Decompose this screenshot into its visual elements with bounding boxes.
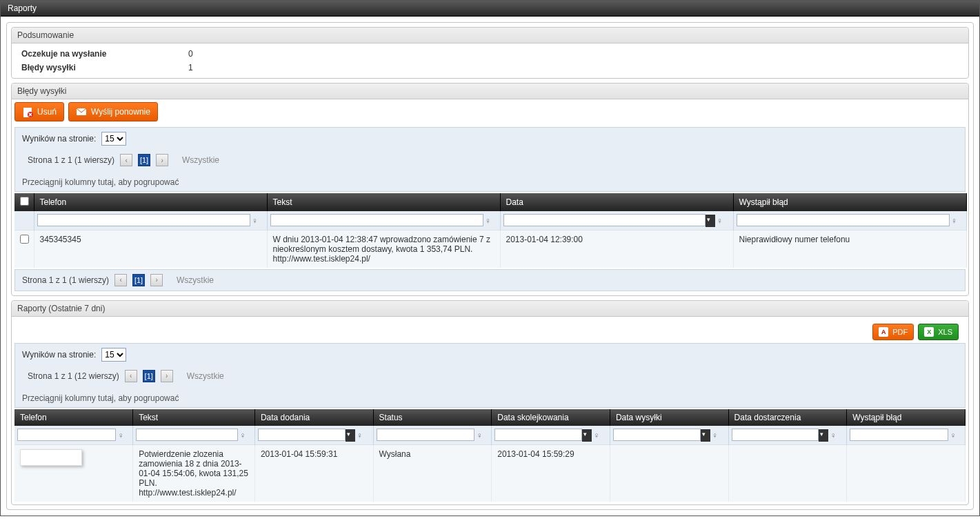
col-telefon[interactable]: Telefon [14, 409, 133, 426]
summary-header: Podsumowanie [12, 28, 968, 43]
filter-icon[interactable]: ♀ [250, 215, 260, 227]
cell-data-wys [610, 444, 728, 502]
filter-blad[interactable] [737, 214, 950, 226]
filter-telefon[interactable] [17, 429, 116, 441]
col-data-skolejkowania[interactable]: Data skolejkowania [492, 409, 610, 426]
errors-section: Błędy wysyłki Usuń Wyślij ponownie [11, 83, 969, 296]
filter-icon[interactable]: ♀ [715, 215, 725, 227]
filter-icon[interactable]: ♀ [828, 429, 838, 442]
delete-button[interactable]: Usuń [14, 102, 64, 121]
pager-current[interactable]: [1] [143, 370, 155, 382]
filter-icon[interactable]: ♀ [710, 429, 720, 442]
export-bar: A PDF X XLS [14, 320, 966, 342]
pager-text: Strona 1 z 1 (12 wierszy) [28, 371, 119, 381]
col-telefon[interactable]: Telefon [34, 193, 267, 211]
pager-next-button[interactable]: › [150, 274, 163, 286]
header-checkbox-cell [14, 193, 34, 211]
summary-value: 0 [183, 48, 199, 60]
cell-telefon: 345345345 [34, 230, 267, 268]
table-row[interactable]: 345345345 W dniu 2013-01-04 12:38:47 wpr… [14, 230, 966, 268]
errors-grid: Telefon Tekst Data Wystąpił błąd ♀ ♀ ♀ ♀… [14, 193, 967, 268]
filter-data-skol[interactable] [494, 429, 582, 441]
delete-icon [22, 106, 33, 117]
pager-next-button[interactable]: › [161, 370, 173, 382]
col-status[interactable]: Status [373, 409, 492, 426]
summary-label: Błędy wysyłki [16, 61, 181, 74]
pager-prev-button[interactable]: ‹ [120, 154, 132, 166]
reports-header: Raporty (Ostatnie 7 dni) [12, 301, 968, 317]
cell-status: Wysłana [373, 444, 492, 502]
pdf-icon: A [879, 327, 888, 337]
cell-tekst: W dniu 2013-01-04 12:38:47 wprowadzono z… [267, 230, 500, 268]
results-label: Wyników na stronie: [22, 134, 96, 144]
filter-icon[interactable]: ♀ [950, 215, 959, 227]
filter-icon[interactable]: ♀ [474, 429, 484, 442]
filter-status[interactable] [377, 429, 475, 441]
pager-text: Strona 1 z 1 (1 wierszy) [22, 275, 109, 285]
pager-all-link[interactable]: Wszystkie [187, 371, 224, 381]
filter-tekst[interactable] [136, 429, 238, 441]
filter-icon[interactable]: ♀ [116, 429, 126, 442]
results-select[interactable]: 15 [101, 348, 126, 362]
cell-data-dost [728, 444, 847, 502]
filter-icon[interactable]: ♀ [238, 429, 248, 442]
xls-icon: X [924, 327, 934, 337]
filter-data[interactable] [503, 214, 706, 226]
pager-all-link[interactable]: Wszystkie [177, 275, 214, 285]
filter-row: ♀ ♀ ♀ ♀ [14, 211, 966, 230]
filter-icon[interactable]: ♀ [592, 429, 601, 442]
col-blad[interactable]: Wystąpił błąd [847, 409, 966, 426]
cell-blad: Nieprawidłowy numer telefonu [733, 230, 966, 268]
date-dropdown-icon[interactable] [582, 429, 592, 442]
summary-value: 1 [183, 61, 199, 74]
date-dropdown-icon[interactable] [346, 429, 355, 442]
select-all-checkbox[interactable] [20, 197, 29, 206]
cell-data-dodania: 2013-01-04 15:59:31 [254, 444, 373, 502]
filter-telefon[interactable] [37, 214, 250, 226]
filter-data-dost[interactable] [732, 429, 819, 441]
row-checkbox[interactable] [20, 235, 29, 244]
delete-label: Usuń [37, 107, 57, 117]
col-tekst[interactable]: Tekst [133, 409, 255, 426]
filter-icon[interactable]: ♀ [948, 429, 958, 442]
export-xls-button[interactable]: X XLS [918, 324, 959, 340]
filter-data-wys[interactable] [613, 429, 701, 441]
errors-pager-top: Wyników na stronie: 15 Strona 1 z 1 (1 w… [14, 127, 966, 192]
filter-icon[interactable]: ♀ [483, 215, 493, 227]
date-dropdown-icon[interactable] [819, 429, 828, 442]
pager-prev-button[interactable]: ‹ [125, 370, 137, 382]
filter-icon[interactable]: ♀ [355, 429, 365, 442]
redacted-phone [20, 449, 82, 466]
col-data[interactable]: Data [500, 193, 733, 211]
date-dropdown-icon[interactable] [701, 429, 710, 442]
pager-text: Strona 1 z 1 (1 wierszy) [28, 155, 114, 165]
filter-data-dodania[interactable] [258, 429, 346, 441]
table-row[interactable]: Potwierdzenie zlozenia zamowienia 18 z d… [14, 444, 966, 502]
summary-row: Oczekuje na wysłanie 0 [16, 48, 199, 60]
export-pdf-button[interactable]: A PDF [872, 324, 914, 340]
summary-section: Podsumowanie Oczekuje na wysłanie 0 Błęd… [11, 27, 969, 79]
filter-tekst[interactable] [270, 214, 483, 226]
resend-button[interactable]: Wyślij ponownie [68, 102, 158, 121]
col-data-dostarczenia[interactable]: Data dostarczenia [728, 409, 847, 426]
grid-header-row: Telefon Tekst Data dodania Status Data s… [14, 409, 966, 426]
cell-blad [847, 444, 966, 502]
pager-all-link[interactable]: Wszystkie [182, 155, 219, 165]
reports-grid: Telefon Tekst Data dodania Status Data s… [14, 409, 966, 502]
pager-next-button[interactable]: › [156, 154, 168, 166]
reports-pager-top: Wyników na stronie: 15 Strona 1 z 1 (12 … [14, 343, 966, 408]
results-label: Wyników na stronie: [22, 350, 96, 360]
pager-prev-button[interactable]: ‹ [114, 274, 127, 286]
cell-data-skol: 2013-01-04 15:59:29 [492, 444, 610, 502]
errors-pager-bottom: Strona 1 z 1 (1 wierszy) ‹ [1] › Wszystk… [14, 269, 966, 291]
col-tekst[interactable]: Tekst [267, 193, 500, 211]
date-dropdown-icon[interactable] [706, 215, 715, 227]
pager-current[interactable]: [1] [138, 154, 150, 166]
results-select[interactable]: 15 [101, 132, 126, 146]
mail-icon [76, 106, 87, 117]
filter-blad[interactable] [850, 429, 948, 441]
pager-current[interactable]: [1] [132, 274, 145, 286]
col-data-wysylki[interactable]: Data wysyłki [610, 409, 728, 426]
col-blad[interactable]: Wystąpił błąd [733, 193, 966, 211]
col-data-dodania[interactable]: Data dodania [254, 409, 373, 426]
